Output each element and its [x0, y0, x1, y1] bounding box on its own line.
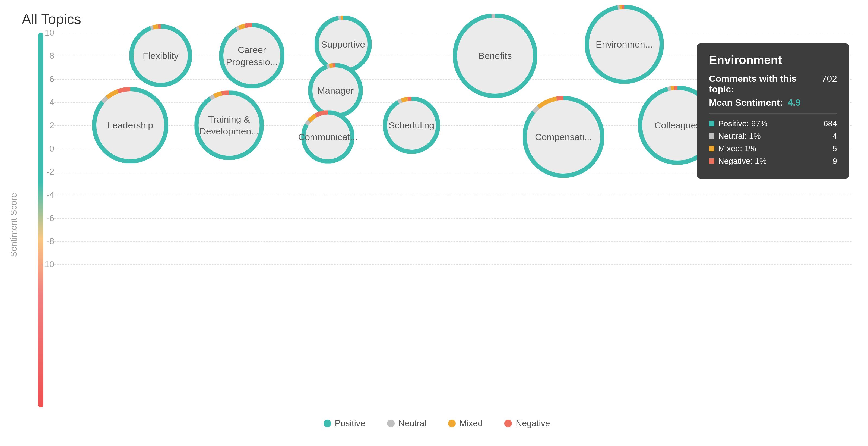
tooltip-divider: [709, 113, 837, 114]
legend-dot-mixed: [448, 420, 456, 427]
tooltip-mean-row: Mean Sentiment: 4.9: [709, 97, 837, 108]
tooltip-comments-label: Comments with this topic:: [709, 73, 817, 94]
bubble-flexibility[interactable]: Flexiblity: [129, 25, 192, 87]
bubble-label-benefits: Benefits: [478, 50, 512, 62]
tooltip-item-dot: [709, 133, 714, 139]
tooltip-item: Negative: 1%9: [709, 156, 837, 166]
bubble-label-colleagues: Colleagues: [654, 119, 701, 131]
legend-item-neutral: Neutral: [387, 418, 426, 428]
legend-item-negative: Negative: [504, 418, 550, 428]
grid-line--6: [54, 218, 852, 219]
legend-dot-negative: [504, 420, 512, 427]
tooltip-item-dot: [709, 158, 714, 164]
legend-item-positive: Positive: [323, 418, 365, 428]
tooltip-comments-row: Comments with this topic: 702: [709, 73, 837, 94]
legend-label-mixed: Mixed: [460, 418, 483, 428]
bubble-label-compensation: Compensati...: [535, 131, 592, 143]
y-tick-6: 6: [50, 74, 54, 84]
chart-area: 1086420-2-4-6-8-10 Sentiment Score Envir…: [22, 33, 852, 408]
bubble-label-training: Training & Developmen...: [199, 113, 259, 137]
tooltip-item-count: 4: [832, 131, 837, 141]
y-tick-2: 2: [50, 120, 54, 130]
y-tick-4: 4: [50, 97, 54, 107]
y-tick--6: -6: [47, 213, 54, 223]
tooltip-item-dot: [709, 121, 714, 126]
bubble-career[interactable]: Career Progressio...: [219, 23, 284, 88]
legend-dot-neutral: [387, 420, 395, 427]
bubble-label-scheduling: Scheduling: [389, 119, 434, 131]
grid-line--8: [54, 241, 852, 242]
tooltip-item-count: 9: [832, 156, 837, 166]
tooltip-items: Positive: 97%684Neutral: 1%4Mixed: 1%5Ne…: [709, 119, 837, 166]
tooltip-mean-value: 4.9: [788, 97, 800, 108]
tooltip-item-label: Neutral: 1%: [718, 131, 761, 141]
tooltip-item-label: Negative: 1%: [718, 156, 767, 166]
y-axis-title: Sentiment Score: [9, 184, 19, 266]
tooltip-title: Environment: [709, 53, 837, 67]
bubble-label-career: Career Progressio...: [226, 44, 278, 68]
y-tick--2: -2: [47, 167, 54, 177]
y-axis-labels: 1086420-2-4-6-8-10: [39, 33, 54, 408]
y-tick--4: -4: [47, 190, 54, 200]
grid-line--4: [54, 195, 852, 195]
tooltip-item-label: Positive: 97%: [718, 119, 768, 128]
y-tick-10: 10: [44, 28, 54, 38]
legend-label-positive: Positive: [335, 418, 365, 428]
chart-container: All Topics 1086420-2-4-6-8-10 Sentiment …: [0, 0, 868, 446]
plot-area: Environment Comments with this topic: 70…: [54, 33, 852, 408]
y-tick--10: -10: [42, 259, 54, 269]
y-tick-0: 0: [50, 143, 54, 153]
bubble-training[interactable]: Training & Developmen...: [195, 91, 264, 160]
y-tick-8: 8: [50, 51, 54, 61]
bubble-communication[interactable]: Communicat...: [302, 111, 354, 163]
tooltip-comments-value: 702: [822, 73, 837, 84]
bubble-label-environment: Environmen...: [596, 38, 653, 50]
tooltip-item-label: Mixed: 1%: [718, 144, 756, 153]
tooltip-item: Neutral: 1%4: [709, 131, 837, 141]
legend-item-mixed: Mixed: [448, 418, 483, 428]
bubble-leadership[interactable]: Leadership: [92, 87, 168, 163]
bubble-label-manager: Manager: [317, 85, 354, 96]
bubble-label-supportive: Supportive: [321, 38, 365, 50]
bubble-scheduling[interactable]: Scheduling: [383, 97, 440, 154]
legend-dot-positive: [323, 420, 331, 427]
tooltip-item-count: 5: [832, 144, 837, 153]
y-axis: 1086420-2-4-6-8-10 Sentiment Score: [22, 33, 54, 408]
legend-label-neutral: Neutral: [398, 418, 426, 428]
legend: PositiveNeutralMixedNegative: [22, 413, 852, 428]
grid-line--10: [54, 264, 852, 265]
bubble-benefits[interactable]: Benefits: [453, 13, 537, 98]
bubble-environment[interactable]: Environmen...: [585, 5, 663, 84]
y-tick--8: -8: [47, 236, 54, 246]
tooltip-item-count: 684: [824, 119, 837, 128]
tooltip-item-dot: [709, 146, 714, 151]
tooltip-mean-label: Mean Sentiment:: [709, 97, 783, 108]
bubble-manager[interactable]: Manager: [308, 63, 363, 118]
tooltip-item: Positive: 97%684: [709, 119, 837, 128]
bubble-label-leadership: Leadership: [107, 119, 153, 131]
bubble-label-flexibility: Flexiblity: [143, 50, 179, 62]
bubble-compensation[interactable]: Compensati...: [523, 96, 604, 178]
legend-label-negative: Negative: [516, 418, 550, 428]
tooltip-item: Mixed: 1%5: [709, 144, 837, 153]
tooltip: Environment Comments with this topic: 70…: [697, 43, 849, 179]
bubble-label-communication: Communicat...: [298, 131, 358, 143]
